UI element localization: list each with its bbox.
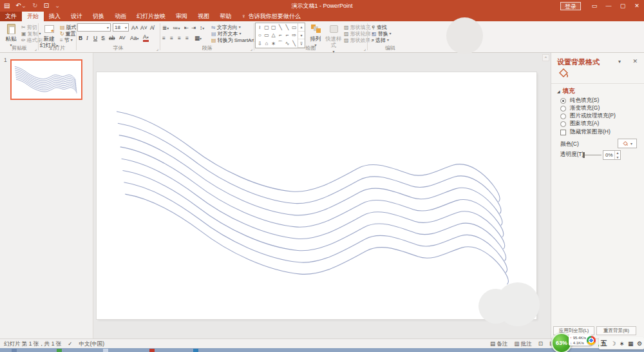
- convert-smartart-button[interactable]: ▤转换为 SmartArt▾: [211, 37, 258, 43]
- maximize-icon[interactable]: ▢: [616, 0, 630, 12]
- tab-animations[interactable]: 动画: [109, 12, 131, 21]
- clipboard-dialog-launcher[interactable]: ⌟: [35, 46, 37, 52]
- comments-button[interactable]: ▥ 批注: [514, 339, 531, 348]
- language-label[interactable]: 中文(中国): [79, 339, 104, 348]
- paragraph-dialog-launcher[interactable]: ⌟: [251, 46, 252, 52]
- option-pattern-fill[interactable]: 图案填充(A): [560, 120, 599, 128]
- radio[interactable]: [560, 113, 566, 119]
- tab-help[interactable]: 帮助: [214, 12, 236, 21]
- ribbon-tabs: 文件 开始 插入 设计 切换 动画 幻灯片放映 审阅 视图 帮助 ♀ 告诉我你想…: [0, 12, 644, 21]
- close-icon[interactable]: ✕: [630, 0, 644, 12]
- tell-me-icon: ♀: [242, 12, 246, 21]
- slide-canvas[interactable]: [97, 72, 536, 319]
- quick-styles-icon: [330, 25, 338, 33]
- align-left-button[interactable]: ≡: [162, 35, 166, 41]
- align-right-button[interactable]: ≡: [178, 35, 181, 41]
- align-center-button[interactable]: ≡: [170, 35, 173, 41]
- text-shadow-button[interactable]: S: [101, 35, 105, 41]
- cut-button[interactable]: ✂剪切: [21, 24, 37, 30]
- tab-home[interactable]: 开始: [22, 12, 44, 21]
- spellcheck-icon[interactable]: ✓: [68, 339, 72, 348]
- pane-close-icon[interactable]: ✕: [632, 58, 638, 64]
- text-direction-button[interactable]: ⇋文字方向▾: [211, 24, 241, 30]
- columns-button[interactable]: ▦▾: [194, 35, 202, 41]
- smartart-icon: ▤: [211, 37, 216, 43]
- radio-selected[interactable]: [560, 98, 566, 104]
- align-text-button[interactable]: ▤对齐文本▾: [211, 31, 242, 37]
- find-button[interactable]: ⚲查找: [372, 24, 387, 30]
- reset-button[interactable]: ↻重置: [60, 31, 76, 37]
- transparency-slider-track[interactable]: [585, 155, 601, 155]
- italic-button[interactable]: I: [86, 35, 88, 41]
- ime-keyboard-icon[interactable]: ▦: [628, 340, 634, 347]
- grow-font-button[interactable]: A˄: [131, 24, 138, 31]
- option-gradient-fill[interactable]: 渐变填充(G): [560, 104, 600, 112]
- ime-moon-icon[interactable]: ☽: [611, 340, 616, 347]
- tab-view[interactable]: 视图: [193, 12, 214, 21]
- clear-formatting-button[interactable]: A̸: [150, 24, 154, 31]
- underline-button[interactable]: U: [93, 35, 97, 41]
- tab-review[interactable]: 审阅: [171, 12, 193, 21]
- drawing-dialog-launcher[interactable]: ⌟: [364, 46, 366, 52]
- fill-bucket-icon[interactable]: [557, 67, 570, 80]
- tab-file[interactable]: 文件: [0, 12, 22, 21]
- replace-button[interactable]: ▨替换▾: [372, 31, 392, 37]
- pane-options-icon[interactable]: ▾: [618, 59, 621, 64]
- font-name-combo[interactable]: ▾: [77, 23, 111, 32]
- editor-scrollbar[interactable]: ⌃: [542, 54, 549, 337]
- font-size-combo[interactable]: 18▾: [113, 23, 129, 32]
- tab-transitions[interactable]: 切换: [88, 12, 109, 21]
- bullets-button[interactable]: ≣▾: [162, 24, 169, 31]
- option-hide-background[interactable]: 隐藏背景图形(H): [560, 128, 611, 136]
- strikethrough-button[interactable]: ab: [109, 35, 115, 41]
- slide-number: 1: [4, 57, 7, 63]
- font-dialog-launcher[interactable]: ⌟: [156, 46, 158, 52]
- font-color-button[interactable]: A▾: [143, 34, 149, 42]
- increase-indent-button[interactable]: ⇥: [191, 24, 196, 31]
- ime-punct-icon[interactable]: ∗: [620, 340, 625, 347]
- scroll-up-icon[interactable]: ⌃: [542, 54, 549, 61]
- slide-thumbnail[interactable]: [10, 59, 82, 100]
- justify-button[interactable]: ≡: [185, 35, 189, 41]
- tab-slideshow[interactable]: 幻灯片放映: [131, 12, 171, 21]
- character-spacing-button[interactable]: AV: [119, 35, 125, 41]
- bold-button[interactable]: B: [79, 35, 82, 41]
- option-solid-fill[interactable]: 纯色填充(S): [560, 97, 599, 104]
- numbering-button[interactable]: ≔▾: [173, 24, 180, 31]
- option-picture-fill[interactable]: 图片或纹理填充(P): [560, 112, 616, 120]
- group-slides: 新建 幻灯片▾ ▤版式▾ ↻重置 ≡节▾ 幻灯片: [39, 21, 75, 52]
- change-case-button[interactable]: Aa▾: [130, 35, 138, 41]
- radio[interactable]: [560, 121, 566, 127]
- spinner-arrows[interactable]: ▲▼: [614, 151, 620, 159]
- section-button[interactable]: ≡节▾: [60, 37, 73, 43]
- tab-insert[interactable]: 插入: [44, 12, 66, 21]
- fill-section-header[interactable]: ◢ 填充: [557, 87, 575, 95]
- notes-button[interactable]: ▤ 备注: [490, 339, 507, 348]
- notes-icon: ▤: [490, 340, 495, 347]
- shrink-font-button[interactable]: A˅: [140, 24, 147, 31]
- line-spacing-button[interactable]: ↕▾: [200, 24, 204, 31]
- ime-toolbar[interactable]: 五 ☽ ∗ ▦ ⚙: [599, 337, 644, 349]
- gallery-up-icon[interactable]: ▴: [298, 23, 305, 32]
- tab-design[interactable]: 设计: [66, 12, 88, 21]
- slide-editor: ⌃: [93, 53, 551, 338]
- gallery-down-icon[interactable]: ▾: [298, 32, 305, 40]
- replace-icon: ▨: [372, 31, 377, 37]
- ime-settings-icon[interactable]: ⚙: [637, 340, 642, 347]
- transparency-spinner[interactable]: 0% ▲▼: [603, 150, 621, 160]
- decrease-indent-button[interactable]: ⇤: [184, 24, 189, 31]
- shape-outline-icon: ▨: [344, 31, 349, 37]
- checkbox[interactable]: [560, 130, 566, 135]
- ribbon-display-options-icon[interactable]: ▭: [587, 0, 601, 12]
- arrange-icon: [311, 24, 320, 33]
- select-button[interactable]: ▹选择▾: [372, 37, 389, 43]
- normal-view-icon[interactable]: ⊡: [538, 339, 543, 348]
- ime-mode-icon[interactable]: 五: [601, 339, 607, 348]
- tell-me-box[interactable]: ♀ 告诉我你想要做什么: [236, 12, 306, 21]
- minimize-icon[interactable]: —: [601, 0, 616, 12]
- signin-button[interactable]: 登录: [560, 2, 581, 10]
- color-picker-button[interactable]: ▾: [618, 139, 637, 148]
- copy-icon: ▣: [21, 31, 26, 37]
- powerpoint-window: { "titlebar": { "title": "演示文稿1 - PowerP…: [0, 0, 644, 352]
- radio[interactable]: [560, 106, 566, 112]
